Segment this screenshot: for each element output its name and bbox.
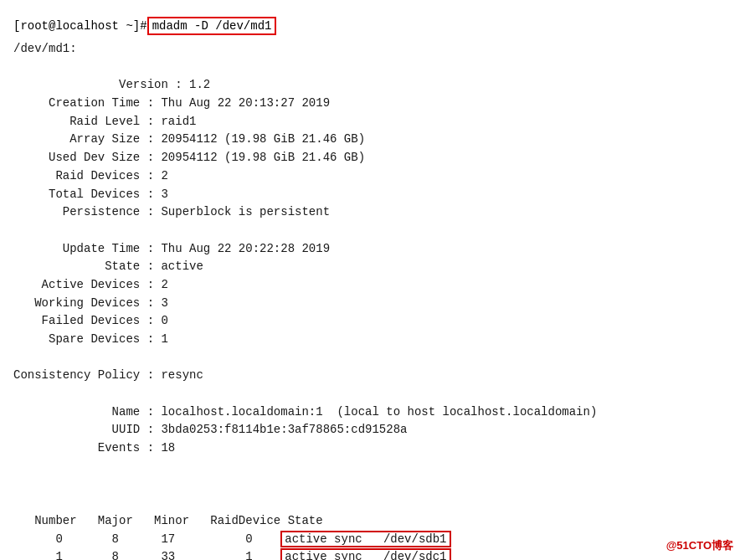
terminal-window: [root@localhost ~]# mdadm -D /dev/md1 /d… [0, 8, 740, 560]
device-header: /dev/md1: [13, 40, 727, 59]
prompt-text: [root@localhost ~]# [13, 19, 147, 33]
prompt-line: [root@localhost ~]# mdadm -D /dev/md1 [13, 17, 727, 35]
row-0-state: active sync /dev/sdb1 [280, 531, 450, 547]
row-1-state: active sync /dev/sdc1 [280, 548, 450, 560]
row-1-prefix: 1 8 33 1 [13, 550, 280, 560]
watermark: @51CTO博客 [666, 538, 733, 553]
fields-block: Version : 1.2 Creation Time : Thu Aug 22… [13, 59, 727, 495]
table-header: Number Major Minor RaidDevice State 0 8 … [13, 514, 323, 546]
version-label: Version : 1.2 Creation Time : Thu Aug 22… [13, 78, 597, 455]
device-table: Number Major Minor RaidDevice State 0 8 … [13, 494, 727, 560]
command-box: mdadm -D /dev/md1 [147, 17, 277, 35]
